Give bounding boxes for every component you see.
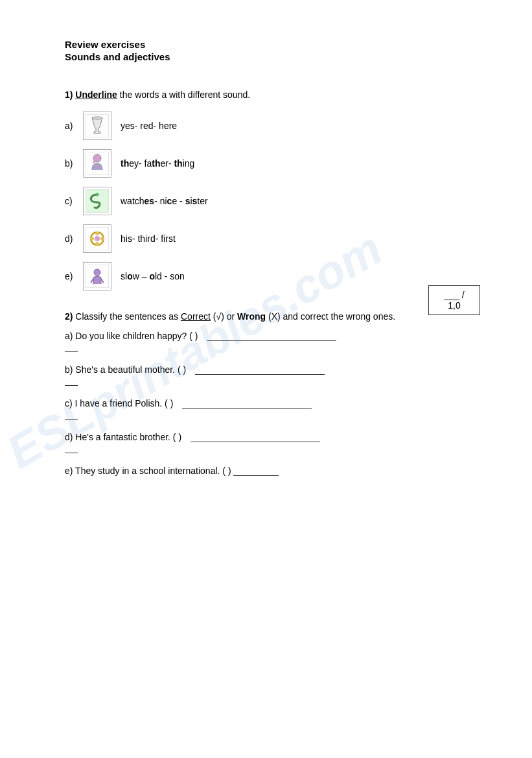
ex2-answer-line-a1 <box>207 330 336 341</box>
ex1-bold-th1: th <box>121 158 129 169</box>
ex2-text-prefix: Classify the sentences as <box>75 311 181 322</box>
svg-point-6 <box>96 193 99 196</box>
ex1-bold-s1: es <box>145 196 155 206</box>
ex1-icon-a <box>83 112 111 140</box>
ex1-bold-o2: o <box>149 271 155 281</box>
ex2-number: 2) <box>65 311 73 322</box>
svg-point-4 <box>93 161 95 163</box>
page-title: Review exercises <box>65 39 480 50</box>
ex1-item-c: c) watches- nice - sister <box>65 187 480 215</box>
ex2-wrong-symbol: (X) and correct the wrong ones. <box>268 311 395 322</box>
ex1-icon-d <box>83 224 111 253</box>
svg-point-11 <box>90 237 94 241</box>
ex2-correct-label: Correct <box>181 311 211 322</box>
ex1-text-e: slow – old - son <box>121 271 185 281</box>
svg-point-9 <box>95 231 99 235</box>
ex2-answer-line-b1 <box>195 364 325 375</box>
ex2-item-e: e) They study in a school international.… <box>65 465 480 476</box>
ex1-text-d: his- third- first <box>121 233 176 244</box>
ex1-icon-e <box>83 262 111 290</box>
exercise-1: 1) Underline the words a with different … <box>65 89 480 290</box>
ex1-letter-a: a) <box>65 121 83 131</box>
exercise-2-title: 2) Classify the sentences as Correct (√)… <box>65 310 480 324</box>
ex1-icon-b <box>83 149 111 178</box>
ex2-letter-b: b) She's a beautiful mother. ( ) <box>65 364 186 375</box>
ex1-icon-c <box>83 187 111 215</box>
ex1-letter-d: d) <box>65 233 83 244</box>
ex1-letter-e: e) <box>65 271 83 281</box>
ex2-correct-symbol: (√) or <box>213 311 237 322</box>
svg-rect-5 <box>86 189 109 213</box>
ex2-wrong-label: Wrong <box>237 311 266 322</box>
ex1-item-b: b) they- father- thing <box>65 149 480 178</box>
ex2-answer-line-c2 <box>65 409 78 420</box>
ex1-item-e: e) slow – old - son <box>65 262 480 290</box>
ex2-item-d: d) He's a fantastic brother. ( ) <box>65 431 480 453</box>
exercise-2: 2) Classify the sentences as Correct (√)… <box>65 310 480 476</box>
worksheet-page: ESLprintables.com Review exercises Sound… <box>0 0 532 758</box>
ex1-letter-b: b) <box>65 158 83 169</box>
ex1-underline-word: Underline <box>75 89 117 100</box>
svg-point-15 <box>94 269 100 276</box>
svg-point-1 <box>92 117 102 119</box>
exercise-1-title: 1) Underline the words a with different … <box>65 89 480 100</box>
ex2-answer-line-d2 <box>65 442 78 453</box>
ex2-answer-line-e1 <box>233 465 279 476</box>
ex2-item-b: b) She's a beautiful mother. ( ) <box>65 364 480 386</box>
ex1-bold-s3: s <box>192 196 198 206</box>
ex1-bold-o1: o <box>127 271 133 281</box>
ex1-question-rest: the words a with different sound. <box>120 89 250 100</box>
ex1-text-c: watches- nice - sister <box>121 196 208 206</box>
score-box: ___ / 1,0 <box>428 285 480 315</box>
svg-point-13 <box>95 236 100 241</box>
ex2-letter-c: c) I have a friend Polish. ( ) <box>65 398 173 409</box>
ex1-item-d: d) his- third- first <box>65 224 480 253</box>
ex1-bold-th2: th <box>152 158 160 169</box>
ex2-answer-line-b2 <box>65 375 78 386</box>
ex1-number: 1) <box>65 89 73 100</box>
ex2-letter-a: a) Do you like children happy? ( ) <box>65 331 198 341</box>
ex2-answer-line-d1 <box>191 431 320 442</box>
ex1-bold-th3: th <box>174 158 182 169</box>
ex2-answer-line-a2 <box>65 341 78 352</box>
page-subtitle: Sounds and adjectives <box>65 51 480 62</box>
ex2-letter-e: e) They study in a school international.… <box>65 466 231 476</box>
svg-point-10 <box>95 242 99 246</box>
ex1-bold-s2: s <box>185 196 191 206</box>
ex1-bold-c1: c <box>167 196 172 206</box>
ex1-text-b: they- father- thing <box>121 158 194 169</box>
ex1-letter-c: c) <box>65 196 83 206</box>
ex1-text-a: yes- red- here <box>121 121 177 131</box>
ex1-item-a: a) yes- red- here <box>65 112 480 140</box>
svg-point-12 <box>100 237 104 241</box>
ex2-item-a: a) Do you like children happy? ( ) <box>65 330 480 352</box>
ex2-letter-d: d) He's a fantastic brother. ( ) <box>65 432 181 442</box>
ex2-answer-line-c1 <box>182 397 312 409</box>
ex2-item-c: c) I have a friend Polish. ( ) <box>65 397 480 420</box>
